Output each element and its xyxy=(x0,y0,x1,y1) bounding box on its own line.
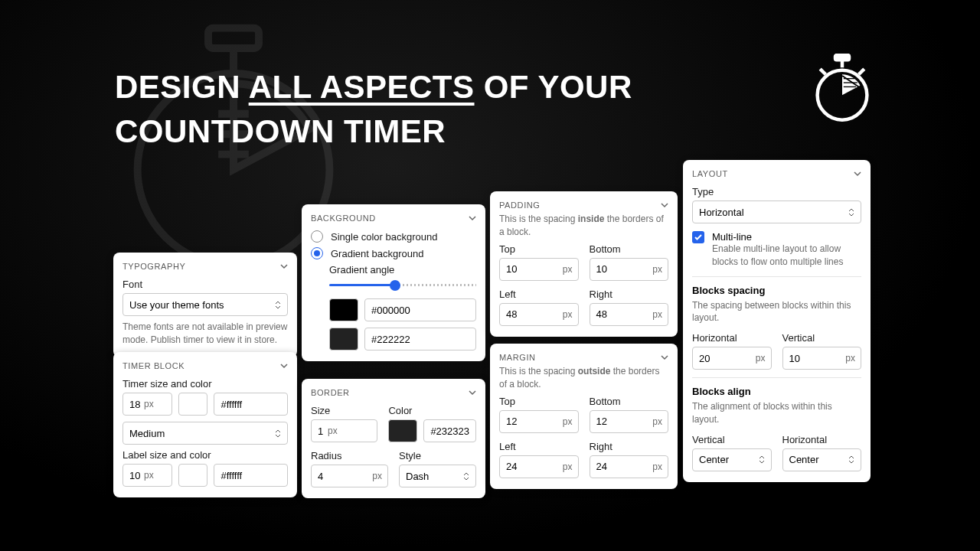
gradient-color1-swatch[interactable] xyxy=(329,298,358,321)
svg-rect-7 xyxy=(835,55,849,60)
border-size-label: Size xyxy=(311,405,377,416)
gradient-color2-swatch[interactable] xyxy=(329,328,358,350)
layout-header[interactable]: LAYOUT xyxy=(692,168,861,181)
border-style-label: Style xyxy=(399,450,476,461)
timer-color-input[interactable]: #ffffff xyxy=(214,393,288,416)
align-h-select[interactable]: Center xyxy=(782,448,862,471)
typography-header[interactable]: TYPOGRAPHY xyxy=(122,260,288,274)
stopwatch-icon xyxy=(808,54,877,126)
svg-rect-0 xyxy=(208,28,259,48)
align-v-select[interactable]: Center xyxy=(692,448,772,471)
padding-panel: PADDING This is the spacing inside the b… xyxy=(490,191,678,337)
background-header[interactable]: BACKGROUND xyxy=(311,212,476,226)
multiline-label: Multi-line xyxy=(712,231,861,243)
chevron-down-icon xyxy=(469,214,476,222)
margin-header[interactable]: MARGIN xyxy=(499,351,668,365)
border-panel: BORDER Size 1px Color #232323 Radius 4px… xyxy=(302,379,485,498)
label-size-label: Label size and color xyxy=(122,449,288,461)
padding-header[interactable]: PADDING xyxy=(499,199,668,213)
blocks-spacing-title: Blocks spacing xyxy=(692,285,861,296)
chevron-down-icon xyxy=(280,362,288,370)
chevron-down-icon xyxy=(661,201,668,209)
timer-block-panel: TIMER BLOCK Timer size and color 18px #f… xyxy=(113,352,297,497)
gradient-color2-input[interactable]: #222222 xyxy=(364,328,476,350)
multiline-checkbox[interactable] xyxy=(692,231,704,243)
chevron-down-icon xyxy=(280,262,288,270)
bg-single-radio[interactable]: Single color background xyxy=(311,230,476,243)
gradient-color1-input[interactable]: #000000 xyxy=(364,298,476,321)
label-color-input[interactable]: #ffffff xyxy=(214,464,288,487)
font-select[interactable]: Use your theme fonts xyxy=(122,293,288,316)
layout-type-select[interactable]: Horizontal xyxy=(692,201,861,223)
bg-gradient-radio[interactable]: Gradient background xyxy=(311,247,476,259)
page-title: DESIGN ALL ASPECTS OF YOUR COUNTDOWN TIM… xyxy=(115,65,632,154)
blocks-spacing-desc: The spacing between blocks within this l… xyxy=(692,299,861,325)
border-radius-label: Radius xyxy=(311,450,388,461)
border-header[interactable]: BORDER xyxy=(311,386,476,400)
layout-panel: LAYOUT Type Horizontal Multi-line Enable… xyxy=(683,160,871,482)
padding-desc: This is the spacing inside the borders o… xyxy=(499,213,668,239)
label-color-swatch[interactable] xyxy=(178,464,207,487)
multiline-desc: Enable multi-line layout to allow blocks… xyxy=(712,243,861,269)
chevron-down-icon xyxy=(661,354,668,361)
margin-desc: This is the spacing outside the borders … xyxy=(499,365,668,391)
border-color-input[interactable]: #232323 xyxy=(423,419,476,442)
border-size-input[interactable]: 1 xyxy=(311,419,377,442)
font-label: Font xyxy=(122,279,288,290)
timer-block-header[interactable]: TIMER BLOCK xyxy=(122,360,288,373)
gradient-angle-slider[interactable] xyxy=(329,280,476,291)
typography-panel: TYPOGRAPHY Font Use your theme fonts The… xyxy=(113,253,297,357)
svg-line-10 xyxy=(859,69,864,74)
timer-weight-select[interactable]: Medium xyxy=(122,422,288,445)
chevron-down-icon xyxy=(469,389,476,396)
timer-color-swatch[interactable] xyxy=(178,393,207,416)
background-panel: BACKGROUND Single color background Gradi… xyxy=(302,204,485,361)
chevron-down-icon xyxy=(854,170,861,178)
blocks-align-desc: The alignment of blocks within this layo… xyxy=(692,400,861,426)
svg-line-9 xyxy=(820,69,825,74)
margin-panel: MARGIN This is the spacing outside the b… xyxy=(490,344,678,489)
blocks-align-title: Blocks align xyxy=(692,386,861,397)
font-help-text: Theme fonts are not available in preview… xyxy=(122,321,288,347)
border-color-label: Color xyxy=(388,405,476,416)
border-color-swatch[interactable] xyxy=(388,419,417,442)
border-style-select[interactable]: Dash xyxy=(399,465,476,487)
gradient-angle-label: Gradient angle xyxy=(329,264,476,276)
timer-size-label: Timer size and color xyxy=(122,378,288,390)
